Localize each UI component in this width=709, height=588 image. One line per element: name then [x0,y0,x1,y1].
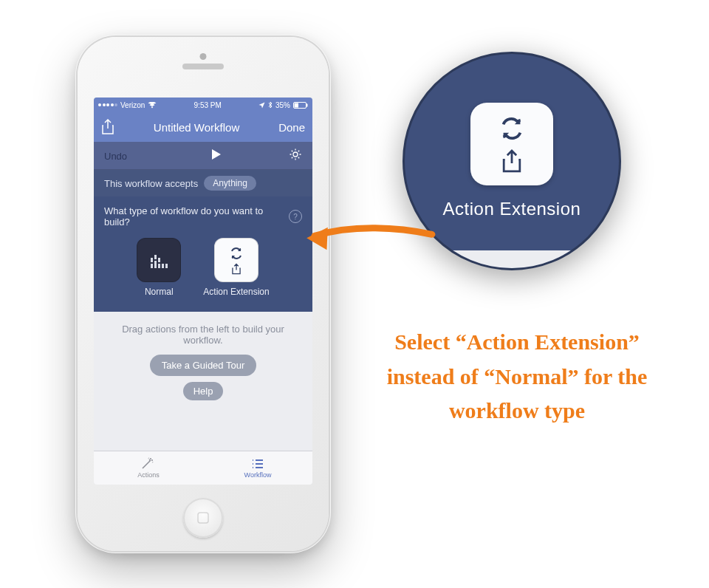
svg-rect-5 [151,264,153,268]
control-row: Undo [94,142,312,170]
phone-screen: Verizon 9:53 PM 35% [94,98,312,485]
workflow-type-panel: What type of workflow do you want to bui… [94,196,312,312]
carrier-label: Verizon [120,101,145,109]
workflow-type-normal[interactable]: Normal [137,238,181,297]
status-time: 9:53 PM [194,101,222,109]
undo-button[interactable]: Undo [104,151,127,162]
wand-icon [140,457,157,471]
svg-rect-10 [158,258,160,262]
svg-rect-2 [295,103,299,107]
share-button[interactable] [101,119,114,135]
sync-icon [229,246,244,261]
battery-icon [293,102,308,109]
home-square-icon [196,511,210,524]
zoom-label: Action Extension [443,199,581,219]
svg-rect-3 [306,103,308,106]
battery-percent: 35% [275,101,290,109]
iphone-frame: Verizon 9:53 PM 35% [78,37,329,551]
help-icon[interactable]: ? [289,210,302,223]
wifi-icon [148,102,157,109]
normal-tile-icon [137,238,181,282]
svg-point-4 [293,152,298,157]
done-button[interactable]: Done [278,121,305,134]
nav-bar: Untitled Workflow Done [94,112,312,142]
bluetooth-icon [268,101,273,109]
play-button[interactable] [210,148,222,163]
tab-actions[interactable]: Actions [94,451,203,485]
tab-workflow-label: Workflow [244,471,272,479]
share-icon [230,263,242,275]
tab-bar: Actions Workflow [94,451,312,485]
accepts-value-pill[interactable]: Anything [204,176,256,191]
workflow-type-action-extension[interactable]: Action Extension [203,238,269,297]
svg-rect-7 [154,261,157,268]
svg-rect-9 [158,264,160,268]
drag-hint-text: Drag actions from the left to build your… [109,324,298,346]
svg-rect-6 [151,258,153,262]
guided-tour-button[interactable]: Take a Guided Tour [150,355,257,376]
status-bar: Verizon 9:53 PM 35% [94,98,312,112]
accepts-row: This workflow accepts Anything [94,170,312,196]
workflow-type-question: What type of workflow do you want to bui… [104,205,284,228]
zoom-tile [470,103,553,185]
list-icon [250,457,266,471]
svg-rect-11 [162,264,164,268]
signal-dots-icon [98,103,117,106]
action-extension-label: Action Extension [203,287,269,297]
svg-rect-12 [165,264,168,268]
action-extension-tile-icon [214,238,258,282]
help-button[interactable]: Help [183,382,224,400]
settings-button[interactable] [289,148,302,164]
annotation-caption: Select “Action Extension” instead of “No… [377,325,657,428]
zoom-bottom-strip [405,250,619,268]
accepts-label: This workflow accepts [104,178,198,189]
nav-title: Untitled Workflow [154,121,239,134]
svg-rect-0 [198,513,208,523]
tab-actions-label: Actions [137,471,160,479]
tab-workflow[interactable]: Workflow [203,451,312,485]
location-icon [258,102,265,109]
home-button[interactable] [183,498,223,538]
svg-rect-8 [154,255,157,259]
normal-label: Normal [145,287,174,297]
sync-icon [498,114,526,143]
share-icon [501,148,523,174]
